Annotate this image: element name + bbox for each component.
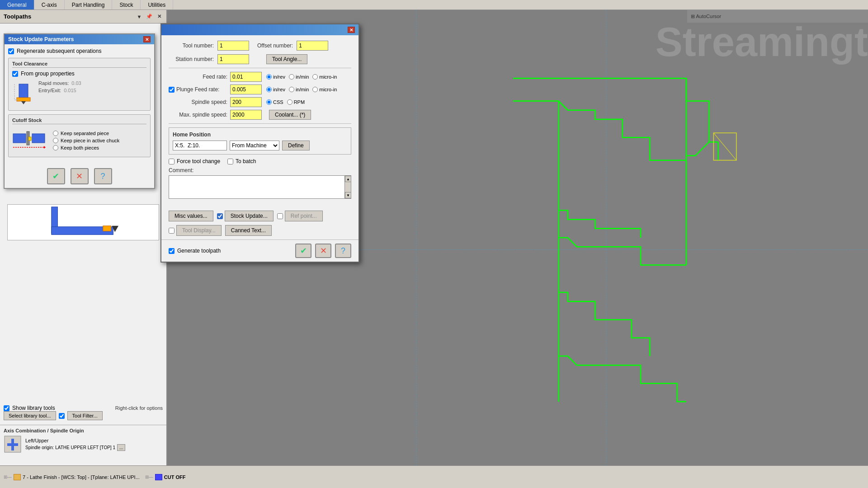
from-group-props-row: From group properties [12,70,146,77]
plunge-feed-row: Plunge Feed rate: in/rev in/min micro-in [169,84,351,94]
offset-number-label: Offset number: [257,42,293,49]
stock-update-btn[interactable]: Stock Update... [225,211,274,221]
axis-row: Left/Upper Spindle origin: LATHE UPPER L… [4,435,163,453]
to-batch-checkbox[interactable] [227,159,233,164]
tool-filter-btn[interactable]: Tool Filter... [67,411,103,420]
offset-number-input[interactable] [297,41,328,51]
misc-values-btn[interactable]: Misc values... [169,211,213,221]
menu-utilities[interactable]: Utilities [141,0,173,9]
dialog-cancel-btn[interactable]: ✕ [315,244,331,258]
cutoff-stock-section: Cutoff Stock [8,114,151,157]
stock-update-checkbox[interactable] [217,213,223,219]
generate-toolpath-checkbox[interactable] [169,248,175,254]
max-spindle-row: Max. spindle speed: Coolant... (*) [169,110,351,120]
feed-micron-label: micro-in [319,74,337,80]
spindle-speed-row: Spindle speed: CSS RPM [169,97,351,107]
keep-active-chuck-radio[interactable] [53,138,58,143]
stock-update-close-btn[interactable]: ✕ [143,36,151,42]
feed-inrev-radio[interactable] [266,74,272,80]
entry-exit-value: 0.015 [64,88,76,93]
main-dialog-body: Tool number: Offset number: Station numb… [161,35,359,207]
plunge-inmin-item: in/min [289,87,309,92]
dialog-help-btn[interactable]: ? [335,244,351,258]
toolpaths-dropdown-icon[interactable]: ▼ [136,13,143,20]
plunge-feed-checkbox[interactable] [169,87,175,93]
feed-inmin-radio[interactable] [289,74,294,80]
tool-angle-btn[interactable]: Tool Angle... [266,54,307,64]
plunge-inrev-radio[interactable] [266,87,272,92]
keep-both-label: Keep both pieces [61,145,99,150]
feed-inmin-item: in/min [289,74,309,80]
main-dialog-close-btn[interactable]: ✕ [348,27,355,33]
clearance-values: Rapid moves: 0.03 Entry/Exit: 0.015 [38,80,81,93]
coolant-btn[interactable]: Coolant... (*) [269,110,311,120]
scroll-down-arrow[interactable]: ▼ [345,192,351,198]
plunge-micron-item: micro-in [312,87,337,92]
plunge-micron-radio[interactable] [312,87,318,92]
plunge-feed-input[interactable] [230,84,262,94]
spindle-more-btn[interactable]: ... [117,444,125,451]
plunge-inmin-label: in/min [296,87,309,92]
menu-stock[interactable]: Stock [112,0,141,9]
axis-left-upper: Left/Upper [25,438,125,443]
tool-number-input[interactable] [217,41,249,51]
cutoff-svg [12,127,48,154]
station-number-input[interactable] [217,54,249,64]
comment-textarea[interactable] [169,176,344,198]
spindle-speed-input[interactable] [230,97,262,107]
svg-rect-8 [32,134,45,143]
spindle-css-label: CSS [273,99,283,105]
toolpaths-close-icon[interactable]: ✕ [156,13,163,20]
ref-point-checkbox[interactable] [277,213,283,219]
feed-rate-input[interactable] [230,72,262,82]
feed-micron-radio[interactable] [312,74,318,80]
stock-update-title-bar: Stock Update Parameters ✕ [5,34,154,44]
keep-both-radio[interactable] [53,145,58,150]
home-position-dropdown[interactable]: From Machine Absolute [230,141,279,150]
modal-ok-btn[interactable]: ✔ [47,168,65,184]
dialog-footer: Generate toolpath ✔ ✕ ? [161,239,359,262]
keep-both-row: Keep both pieces [53,145,119,150]
from-group-props-checkbox[interactable] [12,71,18,77]
bottom-item-2: ⊞— CUT OFF [145,474,186,480]
modal-help-btn[interactable]: ? [94,168,112,184]
spindle-speed-label: Spindle speed: [169,99,227,105]
comment-input-area: ▲ ▼ [169,175,351,199]
spindle-css-radio[interactable] [266,99,272,105]
tool-display-area [0,204,166,398]
modal-cancel-btn[interactable]: ✕ [71,168,89,184]
station-number-label: Station number: [169,56,214,62]
plunge-inmin-radio[interactable] [289,87,294,92]
tool-clearance-icon [12,80,35,108]
toolpaths-pin-icon[interactable]: 📌 [146,13,153,20]
cutoff-stock-title: Cutoff Stock [12,117,146,124]
define-btn[interactable]: Define [282,141,310,150]
dialog-ok-btn[interactable]: ✔ [295,244,311,258]
canned-text-btn[interactable]: Canned Text... [225,225,272,236]
show-library-checkbox[interactable] [4,405,9,411]
menu-general[interactable]: General [0,0,34,9]
comment-label: Comment: [169,167,351,174]
plunge-inrev-item: in/rev [266,87,285,92]
tool-display-checkbox[interactable] [169,228,175,234]
generate-toolpath-label: Generate toolpath [177,248,221,254]
ref-point-btn[interactable]: Ref point... [285,211,323,221]
tool-display-btn[interactable]: Tool Display... [176,225,222,236]
filter-checkbox[interactable] [59,413,65,419]
scroll-up-arrow[interactable]: ▲ [345,176,351,182]
dialog-bottom-row1: Misc values... Stock Update... Ref point… [161,207,359,225]
select-library-btn[interactable]: Select library tool... [4,411,56,420]
menu-part-handling[interactable]: Part Handling [65,0,113,9]
regenerate-checkbox[interactable] [8,48,14,54]
to-batch-label: To batch [236,158,256,164]
right-click-label: Right-click for options [115,405,163,411]
home-position-input[interactable] [173,141,227,150]
tool-number-row: Tool number: Offset number: [169,41,351,51]
feed-micron-item: micro-in [312,74,337,80]
spindle-rpm-radio[interactable] [287,99,292,105]
max-spindle-input[interactable] [230,110,262,120]
menu-caxis[interactable]: C-axis [34,0,65,9]
keep-separated-radio[interactable] [53,131,58,136]
force-tool-change-checkbox[interactable] [169,159,175,164]
toolpaths-panel: Toolpaths ▼ 📌 ✕ Stock Update Parameters … [0,10,167,488]
